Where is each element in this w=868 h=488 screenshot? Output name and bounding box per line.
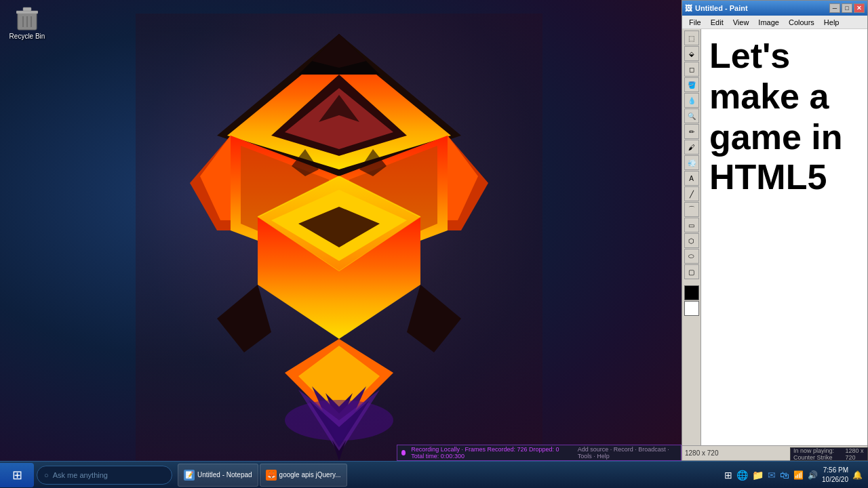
minimize-button[interactable]: ─ (829, 3, 840, 13)
clock-time: 7:56 PM (822, 466, 848, 475)
search-placeholder: Ask me anything (53, 471, 108, 479)
notification-icon[interactable]: 🔔 (852, 470, 863, 480)
tool-polygon[interactable]: ⬡ (684, 233, 699, 248)
browser-taskbar-label: google apis jQuery... (279, 471, 341, 479)
taskbar-edge-icon[interactable]: 🌐 (736, 470, 748, 481)
stream-menu-items: Add source · Record · Broadcast · Tools … (578, 446, 677, 460)
menu-image[interactable]: Image (754, 18, 783, 27)
color-swatch-black[interactable] (684, 285, 699, 300)
paint-window: 🖼 Untitled - Paint ─ □ ✕ File Edit View … (682, 0, 868, 461)
obs-label: In now playing: Counter Strike (793, 447, 846, 461)
network-icon[interactable]: 📶 (793, 470, 804, 480)
notepad-taskbar-label: Untitled - Notepad (197, 471, 252, 479)
tool-pencil[interactable]: ✏ (684, 124, 699, 139)
maximize-button[interactable]: □ (842, 3, 852, 13)
recycle-bin-graphic (16, 7, 38, 31)
streaming-label: Recording Locally · Frames Recorded: 726… (411, 446, 572, 460)
svg-rect-39 (23, 7, 31, 11)
desktop-artwork (136, 14, 542, 461)
taskbar-item-browser[interactable]: 🦊 google apis jQuery... (260, 464, 347, 487)
color-swatch-white[interactable] (684, 301, 699, 316)
obs-status-bar: In now playing: Counter Strike 1280 x 72… (790, 447, 868, 461)
volume-icon[interactable]: 🔊 (808, 470, 818, 480)
tool-round-rect[interactable]: ▢ (684, 264, 699, 279)
paint-titlebar: 🖼 Untitled - Paint ─ □ ✕ (682, 1, 867, 16)
paint-dimensions: 868 x 488 (685, 449, 719, 457)
tool-curve[interactable]: ⌒ (684, 202, 699, 217)
tool-text[interactable]: A (684, 171, 699, 186)
notepad-taskbar-icon: 📝 (184, 470, 195, 481)
menu-view[interactable]: View (729, 18, 753, 27)
close-button[interactable]: ✕ (854, 3, 865, 13)
tool-eraser[interactable]: ◻ (684, 62, 699, 77)
start-button[interactable]: ⊞ (0, 463, 34, 487)
menu-edit[interactable]: Edit (707, 18, 728, 27)
recycle-bin-icon[interactable]: Recycle Bin (7, 7, 47, 40)
tool-line[interactable]: ╱ (684, 186, 699, 201)
paint-text: Let'smake agame inHTML5 (701, 29, 851, 205)
tool-ellipse[interactable]: ⬭ (684, 249, 699, 264)
browser-taskbar-icon: 🦊 (266, 470, 277, 481)
tool-brush[interactable]: 🖌 (684, 140, 699, 155)
taskbar-store-icon[interactable]: 🛍 (780, 470, 789, 481)
paint-window-controls: ─ □ ✕ (829, 3, 865, 13)
search-icon: ○ (44, 471, 49, 479)
tool-airbrush[interactable]: 💨 (684, 155, 699, 170)
recording-dot (401, 450, 406, 455)
tool-eyedrop[interactable]: 💧 (684, 93, 699, 108)
recycle-bin-label: Recycle Bin (9, 33, 45, 40)
search-bar[interactable]: ○ Ask me anything (37, 466, 172, 485)
svg-rect-38 (16, 11, 38, 14)
taskbar-explorer-icon[interactable]: 📁 (752, 470, 764, 481)
menu-file[interactable]: File (685, 18, 705, 27)
menu-help[interactable]: Help (820, 18, 844, 27)
tool-select-rect[interactable]: ⬚ (684, 30, 699, 45)
clock-date: 10/26/20 (822, 475, 848, 485)
menu-colours[interactable]: Colours (785, 18, 818, 27)
tool-fill[interactable]: 🪣 (684, 77, 699, 92)
taskbar-items: 📝 Untitled - Notepad 🦊 google apis jQuer… (172, 464, 719, 487)
desktop: Recycle Bin (0, 0, 682, 488)
paint-canvas[interactable]: Let'smake agame inHTML5 (701, 29, 867, 445)
tool-rect[interactable]: ▭ (684, 218, 699, 232)
system-tray: ⊞ 🌐 📁 ✉ 🛍 📶 🔊 7:56 PM 10/26/20 🔔 (719, 466, 868, 485)
streaming-bar: Recording Locally · Frames Recorded: 726… (397, 445, 682, 461)
taskbar-windows-icon[interactable]: ⊞ (724, 470, 732, 481)
paint-menubar: File Edit View Image Colours Help (682, 16, 867, 29)
taskbar-item-notepad[interactable]: 📝 Untitled - Notepad (178, 464, 258, 487)
paint-title: Untitled - Paint (692, 4, 829, 12)
tool-select-free[interactable]: ⬙ (684, 46, 699, 61)
taskbar-mail-icon[interactable]: ✉ (768, 470, 776, 481)
obs-resolution: 868 x 488 (846, 447, 865, 461)
start-icon: ⊞ (12, 468, 22, 483)
clock[interactable]: 7:56 PM 10/26/20 (822, 466, 848, 485)
paint-toolbar: ⬚ ⬙ ◻ 🪣 💧 🔍 ✏ 🖌 💨 A ╱ ⌒ ▭ ⬡ ⬭ ▢ (682, 29, 701, 445)
tool-magnify[interactable]: 🔍 (684, 108, 699, 123)
taskbar: ⊞ ○ Ask me anything 📝 Untitled - Notepad… (0, 461, 868, 488)
